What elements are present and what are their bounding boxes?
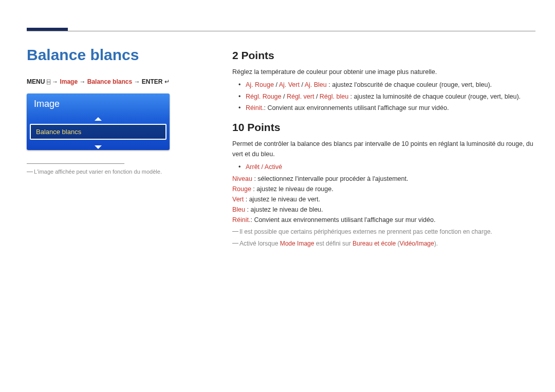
term-rouge: Rouge	[232, 185, 251, 193]
term-regl-rouge: Régl. Rouge	[246, 93, 282, 100]
section-heading-2points: 2 Points	[232, 49, 535, 62]
breadcrumb: MENU ⌸ → Image → Balance blancs → ENTER …	[27, 78, 214, 85]
breadcrumb-step-balance: Balance blancs	[87, 78, 132, 85]
enter-icon: ↵	[164, 78, 170, 85]
desc: : ajustez la luminosité de chaque couleu…	[348, 93, 521, 100]
term-regl-vert: Régl. vert	[287, 93, 314, 100]
sep: /	[260, 163, 265, 171]
desc: : ajustez le niveau de vert.	[244, 196, 320, 203]
desc: : ajustez l'obscurité de chaque couleur …	[327, 81, 492, 88]
term-aj-vert: Aj. Vert	[279, 81, 300, 88]
term-aj-rouge: Aj. Rouge	[246, 81, 274, 88]
section1-bullets: Aj. Rouge / Aj. Vert / Aj. Bleu : ajuste…	[232, 79, 535, 114]
note-text: (	[396, 240, 399, 247]
term-regl-bleu: Régl. bleu	[320, 93, 348, 100]
left-footnote: L'image affichée peut varier en fonction…	[27, 168, 214, 176]
chevron-down-icon[interactable]	[27, 142, 170, 150]
list-item: Aj. Rouge / Aj. Vert / Aj. Bleu : ajuste…	[246, 79, 535, 91]
footnote-divider	[27, 163, 124, 164]
note-mode-image: Activé lorsque Mode Image est défini sur…	[232, 239, 535, 249]
osd-menu-card: Image Balance blancs	[27, 94, 170, 150]
term-aj-bleu: Aj. Bleu	[305, 81, 327, 88]
term-reinit: Réinit.	[232, 216, 250, 223]
left-column: Balance blancs MENU ⌸ → Image → Balance …	[27, 46, 214, 249]
section2-intro: Permet de contrôler la balance des blanc…	[232, 139, 535, 159]
menu-icon: ⌸	[47, 78, 50, 85]
breadcrumb-arrow: →	[52, 78, 58, 85]
note-text: Activé lorsque	[239, 240, 280, 247]
breadcrumb-arrow: →	[134, 78, 140, 85]
page-content: Balance blancs MENU ⌸ → Image → Balance …	[27, 46, 535, 249]
term-bureau-ecole: Bureau et école	[353, 240, 396, 247]
desc: : ajustez le niveau de rouge.	[251, 185, 334, 193]
breadcrumb-arrow: →	[79, 78, 85, 85]
term-video-image: Vidéo/Image	[400, 240, 434, 247]
section-heading-10points: 10 Points	[232, 121, 535, 134]
term-bleu: Bleu	[232, 206, 245, 213]
sep: /	[314, 93, 319, 100]
line-reinit: Réinit.: Convient aux environnements uti…	[232, 215, 535, 225]
note-text: est défini sur	[314, 240, 353, 247]
term-active: Activé	[265, 163, 282, 171]
breadcrumb-enter-label: ENTER	[142, 78, 163, 85]
header-divider	[27, 31, 535, 31]
term-niveau: Niveau	[232, 175, 252, 182]
desc: : sélectionnez l'intervalle pour procéde…	[252, 175, 409, 182]
breadcrumb-step-image: Image	[60, 78, 78, 85]
page-title: Balance blancs	[27, 46, 214, 64]
desc: : Convient aux environnements utilisant …	[264, 104, 449, 111]
desc: : Convient aux environnements utilisant …	[250, 216, 435, 223]
section2-bullets: Arrêt / Activé	[232, 161, 535, 173]
right-column: 2 Points Réglez la température de couleu…	[214, 46, 535, 249]
chevron-up-icon[interactable]	[27, 114, 170, 122]
sep: /	[300, 81, 305, 88]
line-rouge: Rouge : ajustez le niveau de rouge.	[232, 184, 535, 194]
list-item: Arrêt / Activé	[246, 161, 535, 173]
line-bleu: Bleu : ajustez le niveau de bleu.	[232, 204, 535, 215]
term-arret: Arrêt	[246, 163, 260, 171]
note-external-devices: Il est possible que certains périphériqu…	[232, 227, 535, 237]
desc: : ajustez le niveau de bleu.	[245, 206, 323, 213]
term-reinit: Réinit.	[246, 104, 264, 111]
term-vert: Vert	[232, 196, 244, 203]
osd-menu-title: Image	[27, 94, 170, 114]
line-niveau: Niveau : sélectionnez l'intervalle pour …	[232, 174, 535, 184]
list-item: Régl. Rouge / Régl. vert / Régl. bleu : …	[246, 91, 535, 103]
term-mode-image: Mode Image	[280, 240, 314, 247]
breadcrumb-menu-label: MENU	[27, 78, 45, 85]
sep: /	[282, 93, 287, 100]
list-item: Réinit.: Convient aux environnements uti…	[246, 102, 535, 114]
line-vert: Vert : ajustez le niveau de vert.	[232, 194, 535, 204]
osd-menu-item-selected[interactable]: Balance blancs	[30, 124, 166, 140]
note-text: ).	[434, 240, 438, 247]
sep: /	[274, 81, 279, 88]
section1-intro: Réglez la température de couleur pour ob…	[232, 67, 535, 77]
